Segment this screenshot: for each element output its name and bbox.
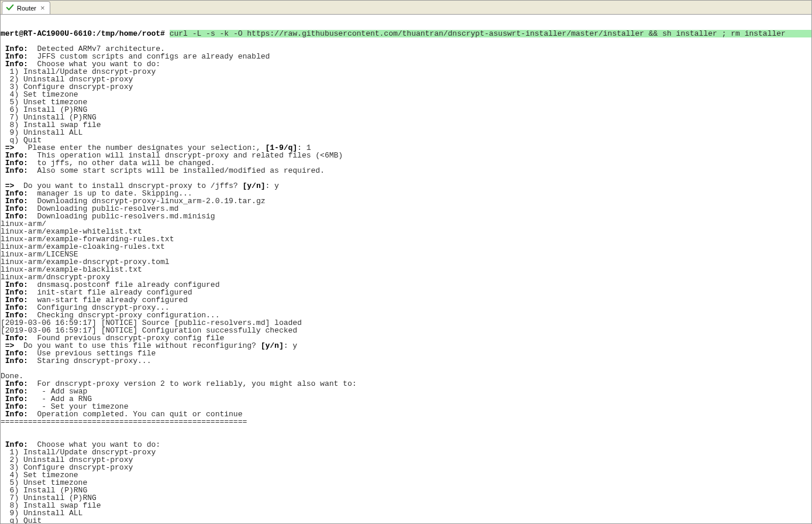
terminal-line: 6) Install (P)RNG — [1, 106, 811, 114]
terminal-line: Info: Staring dnscrypt-proxy... — [1, 357, 811, 365]
terminal-line: 9) Uninstall ALL — [1, 509, 811, 517]
close-icon[interactable]: × — [39, 4, 46, 12]
terminal-line: 4) Set timezone — [1, 91, 811, 98]
terminal-line: q) Quit — [1, 517, 811, 523]
terminal-line: Info: Downloading public-resolvers.md.mi… — [1, 213, 811, 220]
terminal-line: 5) Unset timezone — [1, 479, 811, 487]
terminal-line — [1, 365, 811, 372]
terminal-line: Info: Also some start scripts will be in… — [1, 167, 811, 174]
terminal-output[interactable]: mert@RT-AC1900U-6610:/tmp/home/root# cur… — [1, 15, 811, 523]
check-icon — [6, 4, 14, 13]
terminal-line: 7) Uninstall (P)RNG — [1, 494, 811, 502]
shell-command: curl -L -s -k -O https://raw.githubuserc… — [170, 30, 811, 37]
terminal-line: linux-arm/example-cloaking-rules.txt — [1, 243, 811, 251]
shell-prompt: mert@RT-AC1900U-6610:/tmp/home/root# — [1, 30, 170, 37]
terminal-line: ========================================… — [1, 418, 811, 426]
terminal-line: 4) Set timezone — [1, 471, 811, 479]
tab-label: Router — [17, 5, 36, 12]
terminal-line: Info: - Add swap — [1, 388, 811, 395]
tab-bar: Router × — [1, 1, 811, 15]
terminal-line: 8) Install swap file — [1, 121, 811, 129]
terminal-line: 7) Uninstall (P)RNG — [1, 114, 811, 121]
terminal-line: 5) Unset timezone — [1, 98, 811, 106]
terminal-line: 9) Uninstall ALL — [1, 129, 811, 136]
terminal-line: Info: For dnscrypt-proxy version 2 to wo… — [1, 380, 811, 388]
tab-router[interactable]: Router × — [2, 1, 50, 14]
terminal-line — [1, 426, 811, 433]
terminal-line: 8) Install swap file — [1, 502, 811, 509]
terminal-line: 6) Install (P)RNG — [1, 487, 811, 494]
terminal-line: linux-arm/example-blacklist.txt — [1, 266, 811, 273]
terminal-line: 3) Configure dnscrypt-proxy — [1, 83, 811, 91]
terminal-line: 3) Configure dnscrypt-proxy — [1, 464, 811, 471]
